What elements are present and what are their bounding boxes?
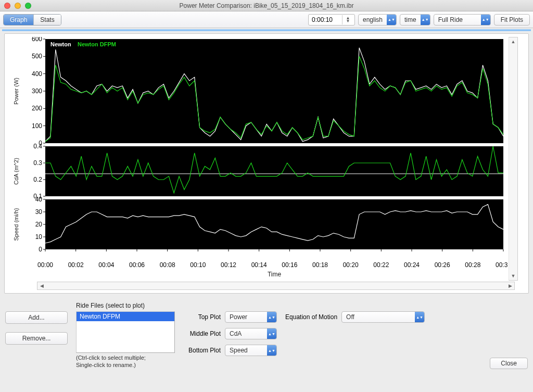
svg-text:0: 0 (39, 246, 42, 253)
svg-text:00:28: 00:28 (465, 261, 480, 269)
svg-text:Speed (mi/h): Speed (mi/h) (13, 208, 19, 241)
scroll-left-icon[interactable]: ◀ (37, 282, 46, 289)
svg-rect-29 (45, 199, 503, 249)
svg-text:00:04: 00:04 (98, 261, 114, 269)
time-stepper[interactable]: 0:00:10 ▲▼ (308, 14, 355, 26)
bottom-controls: Add... Remove... Ride Files (select to p… (0, 296, 533, 374)
divider (2, 29, 531, 31)
select-arrows-icon: ▲▼ (421, 15, 430, 25)
plot-vertical-scrollbar[interactable]: ▲ ▼ (509, 37, 518, 281)
svg-text:10: 10 (35, 233, 43, 241)
time-stepper-value: 0:00:10 (312, 16, 333, 23)
svg-text:00:20: 00:20 (343, 261, 359, 269)
svg-text:30: 30 (35, 208, 43, 216)
window-title: Power Meter Comparison: iBike_05_15_2019… (0, 2, 533, 9)
svg-text:00:12: 00:12 (221, 261, 236, 269)
fit-plots-button[interactable]: Fit Plots (494, 14, 530, 26)
svg-text:500: 500 (32, 53, 42, 60)
svg-rect-0 (45, 39, 503, 143)
ride-files-list[interactable]: Newton DFPM (76, 311, 175, 353)
svg-text:00:26: 00:26 (435, 261, 450, 269)
svg-text:200: 200 (32, 105, 42, 112)
svg-rect-18 (45, 146, 503, 196)
select-arrows-icon: ▲▼ (387, 15, 396, 25)
svg-text:0.3: 0.3 (33, 159, 42, 167)
equation-of-motion-label: Equation of Motion (285, 313, 337, 321)
remove-button[interactable]: Remove... (5, 332, 68, 345)
svg-text:300: 300 (32, 87, 42, 95)
plot-horizontal-scrollbar[interactable]: ◀ ▶ (37, 282, 515, 290)
plot-canvas: 0100200300400500600Power (W)NewtonNewton… (8, 37, 507, 281)
axis-mode-select[interactable]: time ▲▼ (400, 14, 430, 26)
svg-text:Power (W): Power (W) (13, 78, 19, 105)
top-plot-select[interactable]: Power ▲▼ (225, 311, 277, 323)
svg-text:400: 400 (32, 70, 42, 78)
svg-text:00:06: 00:06 (129, 261, 145, 269)
svg-text:20: 20 (35, 221, 43, 228)
svg-text:CdA (m^2): CdA (m^2) (13, 158, 19, 185)
svg-text:00:08: 00:08 (160, 261, 175, 269)
svg-text:0.4: 0.4 (33, 143, 42, 150)
middle-plot-label: Middle Plot (188, 330, 221, 337)
svg-text:Newton DFPM: Newton DFPM (78, 41, 116, 47)
minimize-window-icon[interactable] (15, 3, 21, 9)
bottom-plot-select[interactable]: Speed ▲▼ (225, 345, 277, 356)
view-tabs: Graph Stats (3, 14, 61, 26)
svg-text:0.2: 0.2 (33, 176, 42, 183)
hint-line-2: Single-click to rename.) (76, 362, 136, 368)
svg-text:00:00: 00:00 (37, 261, 53, 269)
equation-of-motion-select[interactable]: Off ▲▼ (341, 311, 425, 323)
tab-stats[interactable]: Stats (34, 15, 60, 25)
range-select[interactable]: Full Ride ▲▼ (434, 14, 491, 26)
add-button[interactable]: Add... (5, 311, 68, 324)
svg-text:00:16: 00:16 (282, 261, 297, 269)
zoom-window-icon[interactable] (25, 3, 31, 9)
close-button[interactable]: Close (490, 358, 528, 369)
stepper-arrow-icon[interactable]: ▲▼ (342, 15, 351, 24)
hint-line-1: (Ctrl-click to select multiple; (76, 355, 146, 361)
select-arrows-icon: ▲▼ (481, 15, 490, 25)
language-select[interactable]: english ▲▼ (358, 14, 397, 26)
toolbar: Graph Stats 0:00:10 ▲▼ english ▲▼ time ▲… (0, 11, 533, 28)
svg-text:00:10: 00:10 (190, 261, 206, 269)
svg-text:Newton: Newton (50, 41, 71, 47)
language-select-label: english (359, 16, 387, 23)
window-controls (4, 3, 31, 9)
select-arrows-icon: ▲▼ (267, 345, 276, 356)
plot-panel: 0100200300400500600Power (W)NewtonNewton… (4, 33, 529, 294)
select-arrows-icon: ▲▼ (267, 328, 276, 339)
scroll-right-icon[interactable]: ▶ (506, 282, 514, 289)
axis-mode-label: time (400, 16, 421, 23)
list-item[interactable]: Newton DFPM (77, 312, 174, 321)
svg-text:Time: Time (268, 271, 282, 278)
title-bar: Power Meter Comparison: iBike_05_15_2019… (0, 0, 533, 11)
svg-text:40: 40 (35, 196, 43, 203)
svg-text:100: 100 (32, 122, 42, 130)
scroll-up-icon[interactable]: ▲ (509, 37, 517, 46)
svg-text:00:22: 00:22 (373, 261, 389, 269)
ride-files-header: Ride Files (select to plot) (76, 302, 180, 309)
select-arrows-icon: ▲▼ (267, 312, 276, 322)
svg-text:00:18: 00:18 (312, 261, 328, 269)
svg-text:00:02: 00:02 (68, 261, 84, 269)
middle-plot-select[interactable]: CdA ▲▼ (225, 328, 277, 339)
svg-text:00:14: 00:14 (251, 261, 267, 269)
close-window-icon[interactable] (4, 3, 10, 9)
svg-text:00:24: 00:24 (404, 261, 420, 269)
svg-text:600: 600 (32, 37, 42, 43)
svg-text:00:30: 00:30 (496, 261, 507, 269)
select-arrows-icon: ▲▼ (415, 312, 424, 322)
tab-graph[interactable]: Graph (4, 15, 34, 25)
range-select-label: Full Ride (434, 16, 481, 23)
top-plot-label: Top Plot (188, 313, 221, 321)
scroll-down-icon[interactable]: ▼ (509, 272, 517, 280)
bottom-plot-label: Bottom Plot (188, 347, 221, 354)
